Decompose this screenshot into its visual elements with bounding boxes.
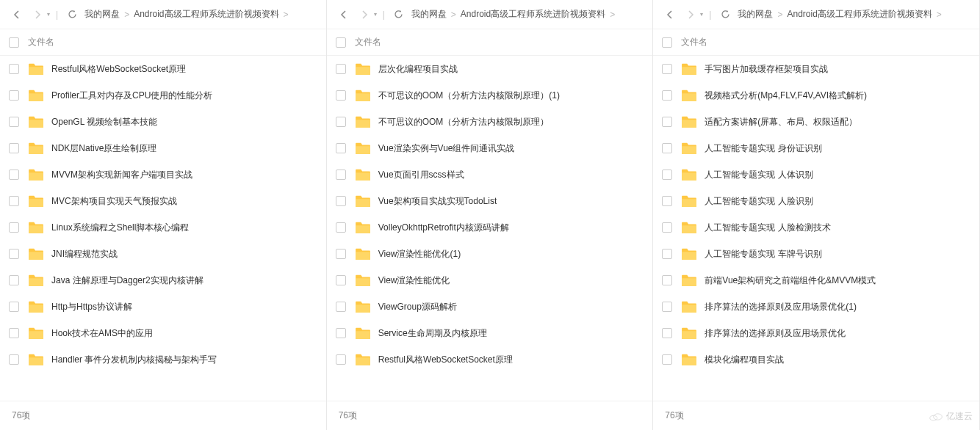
- row-checkbox[interactable]: [662, 90, 672, 101]
- row-checkbox[interactable]: [662, 328, 672, 338]
- column-name-header[interactable]: 文件名: [681, 36, 707, 48]
- row-checkbox[interactable]: [336, 249, 346, 259]
- file-row[interactable]: 模块化编程项目实战: [653, 346, 979, 373]
- select-all-checkbox[interactable]: [662, 37, 672, 48]
- row-checkbox[interactable]: [336, 354, 346, 365]
- file-row[interactable]: OpenGL 视频绘制基本技能: [0, 109, 326, 135]
- file-name[interactable]: Vue渲染实例与Vue组件间通讯实战: [378, 142, 515, 155]
- file-name[interactable]: Profiler工具对内存及CPU使用的性能分析: [51, 90, 212, 102]
- file-name[interactable]: Restful风格WebSocketSocket原理: [51, 63, 186, 76]
- file-name[interactable]: View渲染性能优化: [378, 274, 450, 287]
- file-name[interactable]: 模块化编程项目实战: [705, 354, 784, 366]
- forward-button[interactable]: [356, 7, 372, 23]
- back-button[interactable]: [9, 7, 25, 23]
- row-checkbox[interactable]: [9, 196, 19, 206]
- file-name[interactable]: Linux系统编程之Shell脚本核心编程: [51, 222, 189, 234]
- file-name[interactable]: Vue页面引用scss样式: [378, 169, 464, 181]
- row-checkbox[interactable]: [9, 143, 19, 153]
- row-checkbox[interactable]: [662, 196, 672, 206]
- file-row[interactable]: 人工智能专题实现 人体识别: [653, 161, 979, 188]
- file-row[interactable]: 层次化编程项目实战: [327, 56, 653, 82]
- select-all-checkbox[interactable]: [9, 37, 19, 48]
- file-name[interactable]: ViewGroup源码解析: [378, 301, 457, 313]
- file-name[interactable]: 前端Vue架构研究之前端组件化&MVVM模式: [705, 274, 876, 287]
- file-name[interactable]: 适配方案讲解(屏幕、布局、权限适配）: [705, 116, 857, 128]
- row-checkbox[interactable]: [662, 275, 672, 285]
- file-name[interactable]: Http与Https协议讲解: [51, 301, 132, 313]
- file-row[interactable]: Restful风格WebSocketSocket原理: [0, 56, 326, 82]
- file-name[interactable]: Handler 事件分发机制内核揭秘与架构手写: [51, 354, 217, 366]
- file-row[interactable]: Vue架构项目实战实现TodoList: [327, 188, 653, 214]
- row-checkbox[interactable]: [336, 64, 346, 74]
- file-name[interactable]: JNI编程规范实战: [51, 248, 118, 260]
- breadcrumb-folder[interactable]: Android高级工程师系统进阶视频资料: [461, 8, 605, 21]
- file-row[interactable]: 前端Vue架构研究之前端组件化&MVVM模式: [653, 267, 979, 294]
- file-row[interactable]: 视频格式分析(Mp4,FLV,F4V,AVI格式解析): [653, 82, 979, 109]
- breadcrumb-folder[interactable]: Android高级工程师系统进阶视频资料: [787, 8, 932, 21]
- row-checkbox[interactable]: [662, 354, 672, 365]
- row-checkbox[interactable]: [662, 117, 672, 127]
- file-row[interactable]: View渲染性能优化: [327, 267, 653, 294]
- file-row[interactable]: JNI编程规范实战: [0, 241, 326, 267]
- file-row[interactable]: Java 注解原理与Dagger2实现内核讲解: [0, 267, 326, 294]
- forward-button[interactable]: [29, 7, 46, 23]
- file-name[interactable]: 层次化编程项目实战: [378, 63, 458, 76]
- file-row[interactable]: Service生命周期及内核原理: [327, 320, 653, 346]
- file-name[interactable]: Hook技术在AMS中的应用: [51, 327, 153, 340]
- file-row[interactable]: 人工智能专题实现 人脸识别: [653, 188, 979, 214]
- row-checkbox[interactable]: [662, 170, 672, 180]
- row-checkbox[interactable]: [336, 117, 346, 127]
- file-name[interactable]: 人工智能专题实现 车牌号识别: [705, 248, 821, 260]
- column-name-header[interactable]: 文件名: [28, 36, 54, 48]
- file-row[interactable]: Http与Https协议讲解: [0, 294, 326, 320]
- select-all-checkbox[interactable]: [336, 37, 346, 48]
- file-row[interactable]: 不可思议的OOM（分析方法内核限制原理）: [327, 109, 653, 135]
- file-row[interactable]: NDK层Native原生绘制原理: [0, 135, 326, 161]
- breadcrumb-root[interactable]: 我的网盘: [738, 8, 773, 21]
- file-row[interactable]: 手写图片加载缓存框架项目实战: [653, 56, 979, 82]
- file-name[interactable]: View渲染性能优化(1): [378, 248, 461, 260]
- column-name-header[interactable]: 文件名: [355, 36, 381, 48]
- file-row[interactable]: Hook技术在AMS中的应用: [0, 320, 326, 346]
- file-name[interactable]: Vue架构项目实战实现TodoList: [378, 195, 497, 208]
- breadcrumb-root[interactable]: 我的网盘: [411, 8, 447, 21]
- file-row[interactable]: Vue页面引用scss样式: [327, 161, 653, 188]
- history-dropdown-icon[interactable]: ▾: [700, 11, 703, 18]
- file-name[interactable]: 人工智能专题实现 人脸检测技术: [705, 222, 830, 234]
- refresh-button[interactable]: [391, 7, 407, 23]
- file-row[interactable]: Restful风格WebSocketSocket原理: [327, 346, 653, 373]
- file-row[interactable]: VolleyOkhttpRetrofit内核源码讲解: [327, 214, 653, 241]
- forward-button[interactable]: [682, 7, 699, 23]
- row-checkbox[interactable]: [336, 302, 346, 312]
- file-row[interactable]: Vue渲染实例与Vue组件间通讯实战: [327, 135, 653, 161]
- file-row[interactable]: 人工智能专题实现 身份证识别: [653, 135, 979, 161]
- row-checkbox[interactable]: [9, 249, 19, 259]
- breadcrumb-folder[interactable]: Android高级工程师系统进阶视频资料: [134, 8, 278, 21]
- row-checkbox[interactable]: [662, 143, 672, 153]
- file-name[interactable]: 手写图片加载缓存框架项目实战: [705, 63, 828, 76]
- row-checkbox[interactable]: [9, 302, 19, 312]
- file-row[interactable]: Handler 事件分发机制内核揭秘与架构手写: [0, 346, 326, 373]
- row-checkbox[interactable]: [9, 222, 19, 233]
- row-checkbox[interactable]: [9, 354, 19, 365]
- row-checkbox[interactable]: [9, 64, 19, 74]
- file-name[interactable]: Java 注解原理与Dagger2实现内核讲解: [51, 274, 203, 287]
- file-row[interactable]: 人工智能专题实现 车牌号识别: [653, 241, 979, 267]
- file-name[interactable]: OpenGL 视频绘制基本技能: [51, 116, 157, 128]
- row-checkbox[interactable]: [336, 143, 346, 153]
- file-name[interactable]: NDK层Native原生绘制原理: [51, 142, 156, 155]
- file-row[interactable]: View渲染性能优化(1): [327, 241, 653, 267]
- file-row[interactable]: 排序算法的选择原则及应用场景优化(1): [653, 294, 979, 320]
- row-checkbox[interactable]: [336, 275, 346, 285]
- history-dropdown-icon[interactable]: ▾: [47, 11, 50, 18]
- row-checkbox[interactable]: [662, 64, 672, 74]
- back-button[interactable]: [336, 7, 352, 23]
- file-name[interactable]: 排序算法的选择原则及应用场景优化: [705, 327, 846, 340]
- file-name[interactable]: MVVM架构实现新闻客户端项目实战: [51, 169, 192, 181]
- breadcrumb-root[interactable]: 我的网盘: [84, 8, 120, 21]
- file-row[interactable]: MVC架构项目实现天气预报实战: [0, 188, 326, 214]
- file-name[interactable]: 不可思议的OOM（分析方法内核限制原理）: [378, 116, 550, 128]
- refresh-button[interactable]: [717, 7, 733, 23]
- file-name[interactable]: VolleyOkhttpRetrofit内核源码讲解: [378, 222, 509, 234]
- row-checkbox[interactable]: [662, 222, 672, 233]
